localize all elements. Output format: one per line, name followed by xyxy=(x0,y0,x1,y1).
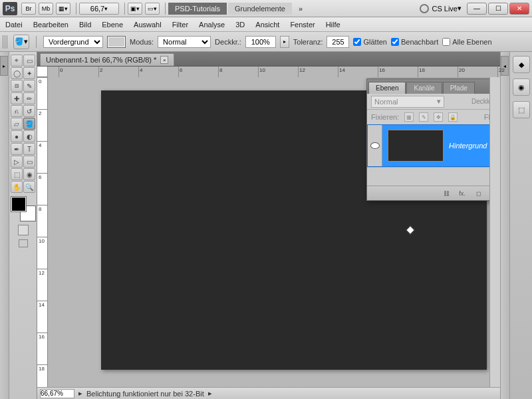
menu-auswahl[interactable]: Auswahl xyxy=(134,21,162,29)
layer-blend-dropdown[interactable]: Normal▾ xyxy=(371,96,444,108)
menu-fenster[interactable]: Fenster xyxy=(290,21,315,29)
menu-datei[interactable]: Datei xyxy=(5,21,23,29)
close-tab-icon[interactable]: × xyxy=(160,56,168,64)
toolbox: ⌖▭ ◯✦ ⧈✎ ✚✏ ⎌↺ ▱🪣 ●◐ ✒T ▷▭ ⬚◉ ✋🔍 xyxy=(9,52,37,399)
menu-3d[interactable]: 3D xyxy=(235,21,245,29)
pen-tool[interactable]: ✒ xyxy=(11,143,23,155)
workspace-tab[interactable]: Grundelemente xyxy=(228,3,292,15)
3d-camera-tool[interactable]: ◉ xyxy=(23,168,35,180)
dock-color-icon[interactable]: ◉ xyxy=(513,78,530,96)
extras-button[interactable]: ▦▾ xyxy=(56,3,70,15)
tolerance-field[interactable] xyxy=(327,36,349,48)
document-area: Unbenannt-1 bei 66,7% (RGB/8) *× 0246810… xyxy=(37,52,500,399)
all-layers-checkbox[interactable] xyxy=(442,38,450,46)
lock-position-icon[interactable]: ✥ xyxy=(434,112,443,122)
left-collapse-strip[interactable]: ▸ xyxy=(0,52,9,399)
link-layers-icon[interactable]: ⛓ xyxy=(440,189,452,198)
layer-fx-icon[interactable]: fx. xyxy=(456,189,468,198)
adjustment-layer-icon[interactable]: ◐ xyxy=(488,189,489,198)
panel-tab-kanaele[interactable]: Kanäle xyxy=(406,82,442,94)
panel-tab-pfade[interactable]: Pfade xyxy=(443,82,475,94)
marquee-tool[interactable]: ▭ xyxy=(23,55,35,66)
history-brush-tool[interactable]: ↺ xyxy=(23,105,35,117)
pattern-swatch[interactable] xyxy=(107,36,126,48)
titlebar: Ps Br Mb ▦▾ 66,7 ▾ ▣▾ ▭▾ PSD-Tutorials G… xyxy=(0,0,532,17)
stamp-tool[interactable]: ⎌ xyxy=(11,105,23,117)
3d-tool[interactable]: ⬚ xyxy=(11,168,23,180)
contiguous-checkbox[interactable] xyxy=(391,38,399,46)
layer-thumbnail[interactable] xyxy=(388,130,444,162)
blend-mode-dropdown[interactable]: Normal xyxy=(158,36,211,48)
zoom-level-dropdown[interactable]: 66,7 ▾ xyxy=(79,3,119,15)
type-tool[interactable]: T xyxy=(23,143,35,155)
viewport[interactable]: Ebenen Kanäle Pfade ▸▸▤ Normal▾ Deckkraf… xyxy=(48,77,489,387)
status-arrow-icon[interactable]: ▸ xyxy=(78,389,82,398)
workspace-more-icon[interactable]: » xyxy=(293,5,308,13)
document-tab[interactable]: Unbenannt-1 bei 66,7% (RGB/8) *× xyxy=(40,53,174,66)
shape-tool[interactable]: ▭ xyxy=(23,156,35,168)
dodge-tool[interactable]: ◐ xyxy=(23,130,35,142)
menu-analyse[interactable]: Analyse xyxy=(199,21,225,29)
visibility-icon[interactable] xyxy=(370,142,380,149)
layer-mask-icon[interactable]: ◻ xyxy=(472,189,484,198)
current-tool-icon[interactable]: 🪣▾ xyxy=(13,35,29,49)
quickmask-toggle[interactable] xyxy=(18,225,29,235)
brush-tool[interactable]: ✏ xyxy=(23,92,35,104)
healing-tool[interactable]: ✚ xyxy=(11,92,23,104)
eyedropper-tool[interactable]: ✎ xyxy=(23,80,35,92)
menu-bild[interactable]: Bild xyxy=(79,21,91,29)
minibridge-button[interactable]: Mb xyxy=(39,3,53,15)
maximize-button[interactable]: ☐ xyxy=(488,3,508,15)
fill-source-dropdown[interactable]: Vordergrund xyxy=(43,36,103,48)
all-layers-label: Alle Ebenen xyxy=(452,38,491,46)
vertical-ruler[interactable]: 024681012141618 xyxy=(37,77,48,387)
screen-mode-button[interactable]: ▭▾ xyxy=(145,3,160,15)
workspace-tab-active[interactable]: PSD-Tutorials xyxy=(168,3,227,15)
lock-pixels-icon[interactable]: ✎ xyxy=(419,112,428,122)
lock-all-icon[interactable]: 🔒 xyxy=(448,112,458,122)
hand-tool[interactable]: ✋ xyxy=(11,181,23,193)
close-button[interactable]: ✕ xyxy=(509,3,529,15)
path-select-tool[interactable]: ▷ xyxy=(11,156,23,168)
menu-bearbeiten[interactable]: Bearbeiten xyxy=(33,21,68,29)
color-swatch[interactable] xyxy=(11,197,35,221)
eraser-tool[interactable]: ▱ xyxy=(11,118,23,130)
layer-name[interactable]: Hintergrund xyxy=(449,142,489,150)
bucket-tool[interactable]: 🪣 xyxy=(23,118,35,130)
menu-filter[interactable]: Filter xyxy=(172,21,188,29)
wand-tool[interactable]: ✦ xyxy=(23,67,35,79)
menu-ansicht[interactable]: Ansicht xyxy=(255,21,279,29)
grip-icon[interactable] xyxy=(3,35,8,49)
panel-tab-ebenen[interactable]: Ebenen xyxy=(368,82,406,94)
blur-tool[interactable]: ● xyxy=(11,130,23,142)
lasso-tool[interactable]: ◯ xyxy=(11,67,23,79)
zoom-tool[interactable]: 🔍 xyxy=(23,181,35,193)
menubar: Datei Bearbeiten Bild Ebene Auswahl Filt… xyxy=(0,17,532,32)
status-menu-icon[interactable]: ▸ xyxy=(208,389,212,398)
move-tool[interactable]: ⌖ xyxy=(11,55,23,66)
opacity-field[interactable] xyxy=(245,36,276,48)
crop-tool[interactable]: ⧈ xyxy=(11,80,23,92)
layer-row[interactable]: Hintergrund 🔒 xyxy=(367,124,489,167)
menu-hilfe[interactable]: Hilfe xyxy=(326,21,340,29)
lock-transparency-icon[interactable]: ▦ xyxy=(404,112,414,122)
mode-label: Modus: xyxy=(130,38,154,46)
antialias-label: Glätten xyxy=(363,38,386,46)
menu-ebene[interactable]: Ebene xyxy=(102,21,123,29)
cslive-button[interactable]: CS Live ▾ xyxy=(420,4,462,13)
right-collapse-strip[interactable]: ◂ xyxy=(500,52,509,399)
opacity-label: Deckkr.: xyxy=(215,38,241,46)
foreground-color[interactable] xyxy=(11,197,26,211)
dock-swatches-icon[interactable]: ◆ xyxy=(513,56,530,73)
layer-opacity-label: Deckkraft: xyxy=(471,98,489,105)
zoom-field[interactable] xyxy=(40,389,74,398)
vertical-scrollbar[interactable] xyxy=(489,77,500,387)
screenmode-button[interactable] xyxy=(19,239,28,247)
minimize-button[interactable]: — xyxy=(467,3,487,15)
view-arrange-button[interactable]: ▣▾ xyxy=(128,3,142,15)
antialias-checkbox[interactable] xyxy=(353,38,361,46)
app-logo: Ps xyxy=(3,2,17,15)
dock-3d-icon[interactable]: ⬚ xyxy=(513,101,530,118)
bridge-button[interactable]: Br xyxy=(21,3,36,15)
opacity-flyout-icon[interactable]: ▸ xyxy=(280,36,289,48)
